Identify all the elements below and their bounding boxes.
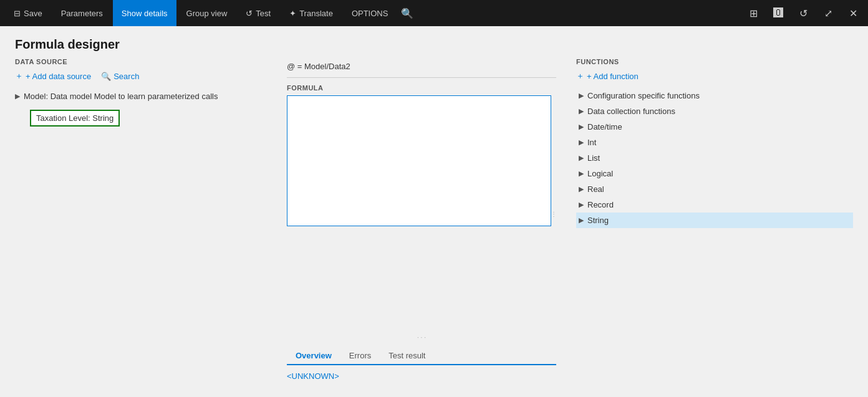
tab-errors[interactable]: Errors [340,347,380,365]
main-content: Formula designer DATA SOURCE ＋ + Add dat… [0,26,868,397]
chevron-icon: ▶ [579,201,584,209]
function-item-list[interactable]: ▶ List [576,150,853,166]
datasource-section-label: DATA SOURCE [15,58,267,65]
tab-content-overview: <UNKNOWN> [287,365,556,387]
function-item-config-specific[interactable]: ▶ Configuration specific functions [576,88,853,103]
add-function-button[interactable]: ＋ + Add function [576,70,853,82]
add-function-icon: ＋ [576,70,584,82]
chevron-icon: ▶ [579,107,584,115]
add-datasource-button[interactable]: ＋ + Add data source [15,70,91,82]
formula-editor[interactable] [287,95,551,226]
function-list: ▶ Configuration specific functions ▶ Dat… [576,88,853,228]
tab-overview[interactable]: Overview [287,347,340,365]
translate-button[interactable]: ✦ Translate [281,0,342,26]
page-header: Formula designer [0,26,868,58]
save-icon: ⊟ [14,9,21,18]
function-item-int[interactable]: ▶ Int [576,135,853,150]
refresh-icon[interactable]: ↺ [793,3,813,23]
middle-panel: @ = Model/Data2 FORMULA ⋮ · · · Overview… [277,58,566,387]
save-button[interactable]: ⊟ Save [5,0,51,26]
nav-menu: ⊟ Save Parameters Show details Group vie… [5,0,743,26]
function-item-record[interactable]: ▶ Record [576,197,853,213]
test-icon: ↺ [246,9,253,18]
datasource-search-button[interactable]: 🔍 Search [101,72,139,81]
formula-section-label: FORMULA [287,84,556,92]
chevron-icon: ▶ [579,138,584,146]
office-icon[interactable]: 🅾 [768,3,788,23]
tree-item-selected-container: Taxation Level: String [15,107,267,127]
global-search-button[interactable]: 🔍 [398,4,417,22]
close-icon[interactable]: ✕ [843,3,863,23]
formula-resize-handle[interactable]: · · · [287,333,556,342]
formula-horizontal-resize[interactable]: ⋮ [551,95,556,333]
left-panel: DATA SOURCE ＋ + Add data source 🔍 Search… [15,58,277,387]
chevron-icon: ▶ [579,216,584,224]
group-view-button[interactable]: Group view [178,0,236,26]
options-button[interactable]: OPTIONS [343,0,397,26]
test-button[interactable]: ↺ Test [237,0,279,26]
selected-tree-item[interactable]: Taxation Level: String [30,110,120,127]
tab-test-result[interactable]: Test result [380,347,434,365]
chevron-icon: ▶ [579,92,584,100]
function-item-real[interactable]: ▶ Real [576,181,853,197]
right-panel: FUNCTIONS ＋ + Add function ▶ Configurati… [566,58,853,387]
show-details-button[interactable]: Show details [113,0,176,26]
translate-icon: ✦ [289,9,296,18]
grid-icon[interactable]: ⊞ [743,3,763,23]
formula-path: @ = Model/Data2 [287,58,556,78]
columns-layout: DATA SOURCE ＋ + Add data source 🔍 Search… [0,58,868,397]
chevron-icon: ▶ [579,154,584,162]
titlebar: ⊟ Save Parameters Show details Group vie… [0,0,868,26]
popout-icon[interactable]: ⤢ [818,3,838,23]
tree-chevron-icon: ▶ [15,92,20,100]
window-controls: ⊞ 🅾 ↺ ⤢ ✕ [743,3,863,23]
function-item-logical[interactable]: ▶ Logical [576,166,853,181]
function-item-data-collection[interactable]: ▶ Data collection functions [576,103,853,119]
page-title: Formula designer [15,37,853,52]
chevron-icon: ▶ [579,123,584,131]
tree-item-model[interactable]: ▶ Model: Data model Model to learn param… [15,89,267,103]
functions-section-label: FUNCTIONS [576,58,853,65]
function-item-string[interactable]: ▶ String [576,213,853,228]
add-icon: ＋ [15,70,23,82]
chevron-icon: ▶ [579,185,584,193]
search-icon: 🔍 [101,72,111,81]
datasource-toolbar: ＋ + Add data source 🔍 Search [15,70,267,82]
function-item-datetime[interactable]: ▶ Date/time [576,119,853,135]
chevron-icon: ▶ [579,170,584,178]
tabs-row: Overview Errors Test result [287,347,556,365]
parameters-button[interactable]: Parameters [52,0,112,26]
overview-value: <UNKNOWN> [287,371,339,381]
